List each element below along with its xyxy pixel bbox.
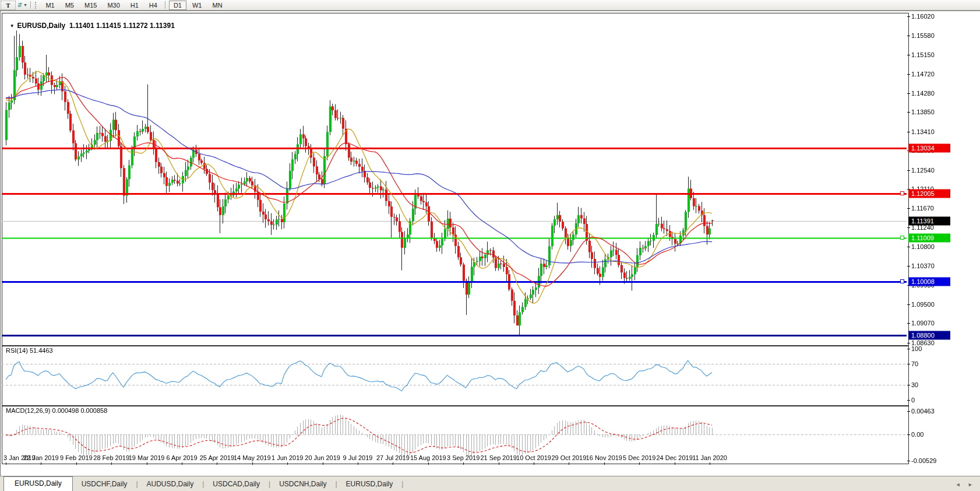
hline-price-label: 1.10008 xyxy=(908,278,950,286)
rsi-indicator-label: RSI(14) 51.4463 xyxy=(6,347,53,354)
date-axis-label: 5 Dec 2019 xyxy=(623,454,655,461)
rsi-axis-tick: 70 xyxy=(911,360,918,367)
price-axis-tick: 1.14720 xyxy=(911,71,935,78)
date-axis-label: 19 Mar 2019 xyxy=(129,454,165,461)
hline-price-label: 1.12005 xyxy=(908,190,950,198)
date-axis-label: 3 Sep 2019 xyxy=(447,454,480,461)
date-axis-label: 11 Jan 2020 xyxy=(692,454,727,461)
hline-price-label: 1.11009 xyxy=(908,233,950,242)
rsi-axis-tick: 0 xyxy=(911,397,915,404)
price-axis-tick: 1.09070 xyxy=(911,320,935,327)
date-axis-label: 15 Aug 2019 xyxy=(410,454,446,461)
date-axis-label: 9 Jul 2019 xyxy=(343,454,373,461)
date-axis-label: 28 Feb 2019 xyxy=(93,454,129,461)
macd-indicator-label: MACD(12,26,9) 0.000498 0.000858 xyxy=(6,407,107,414)
date-axis-label: 20 Jun 2019 xyxy=(305,454,340,461)
rsi-axis-tick: 100 xyxy=(911,345,922,352)
collapse-arrow-icon[interactable]: ▼ xyxy=(10,23,15,29)
date-axis-label: 27 Jul 2019 xyxy=(376,454,410,461)
date-axis-label: 24 Dec 2019 xyxy=(656,454,692,461)
date-axis-label: 25 Apr 2019 xyxy=(200,454,234,461)
price-axis-tick: 1.15150 xyxy=(911,51,935,58)
hline-price-label: 1.13034 xyxy=(908,144,950,153)
rsi-axis-tick: 30 xyxy=(911,381,918,388)
hline-price-label: 1.08800 xyxy=(908,331,950,339)
price-axis-tick: 1.09500 xyxy=(911,301,935,308)
date-axis-label: 16 Nov 2019 xyxy=(586,454,622,461)
price-axis-tick: 1.15580 xyxy=(911,32,935,39)
chart-title-text: EURUSD,Daily 1.11401 1.11415 1.11272 1.1… xyxy=(17,22,175,30)
macd-axis-tick: -0.00529 xyxy=(911,457,936,464)
macd-axis-tick: 0.00 xyxy=(911,431,923,438)
chart-title: ▼EURUSD,Daily 1.11401 1.11415 1.11272 1.… xyxy=(6,13,175,30)
price-axis-tick: 1.14280 xyxy=(911,90,935,97)
tab-scroll-left-icon[interactable]: ◄ xyxy=(956,482,961,488)
current-price-label: 1.11391 xyxy=(908,216,950,225)
tab-scroll-right-icon[interactable]: ► xyxy=(968,482,973,488)
price-axis-tick: 1.16020 xyxy=(911,13,935,20)
date-axis-label: 21 Sep 2019 xyxy=(480,454,516,461)
date-axis-label: 14 May 2019 xyxy=(234,454,271,461)
tab-scroll-arrows: ◄ ► xyxy=(950,482,973,488)
price-axis-tick: 1.13410 xyxy=(911,128,935,135)
date-axis-label: 1 Jun 2019 xyxy=(272,454,303,461)
date-axis-label: 22 Jan 2019 xyxy=(23,454,59,461)
date-axis-label: 6 Apr 2019 xyxy=(166,454,197,461)
price-axis-tick: 1.12540 xyxy=(911,167,935,174)
mt4-application: { "toolbar": { "text_tool_label": "T", "… xyxy=(0,0,980,491)
price-axis-tick: 1.11670 xyxy=(911,205,934,212)
date-axis-label: 9 Feb 2019 xyxy=(60,454,93,461)
date-axis-label: 10 Oct 2019 xyxy=(516,454,551,461)
price-axis-tick: 1.10370 xyxy=(911,262,935,269)
chart-canvas[interactable] xyxy=(0,0,980,491)
macd-axis-tick: 0.00463 xyxy=(911,408,935,415)
price-axis-tick: 1.10800 xyxy=(911,243,935,250)
date-axis-label: 29 Oct 2019 xyxy=(551,454,586,461)
price-axis-tick: 1.13850 xyxy=(911,108,935,115)
